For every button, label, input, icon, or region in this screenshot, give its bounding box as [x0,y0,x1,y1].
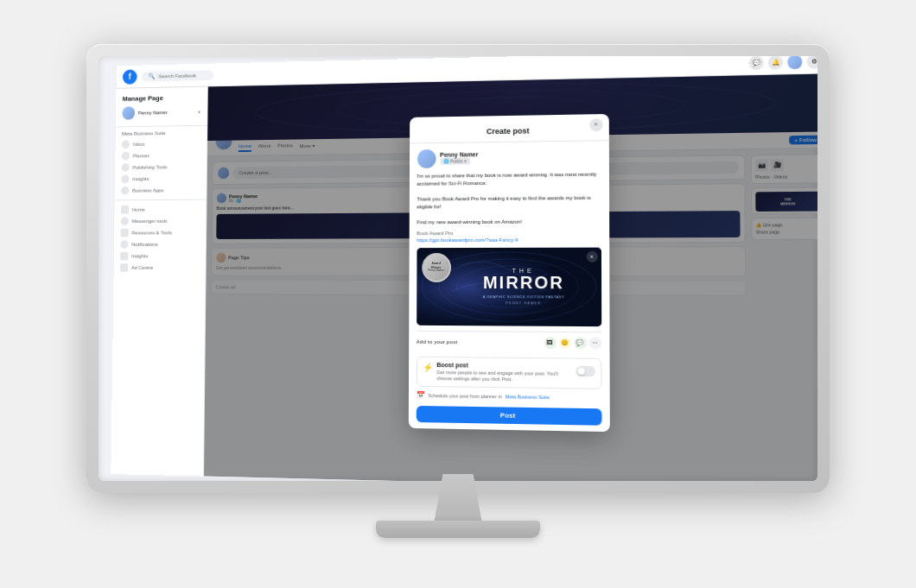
chevron-down-icon: ▾ [465,158,468,163]
book-close-button[interactable]: × [586,250,597,262]
sidebar-planner-label: Planner [133,153,149,158]
sidebar-inbox-label: Inbox [133,142,145,147]
search-icon: 🔍 [148,73,155,79]
sidebar-user-row[interactable]: Penny Namer ▾ [116,102,207,124]
home-icon [121,205,129,214]
fb-main: Manage Page Penny Namer ▾ Meta Business … [111,73,817,481]
create-post-modal: Create post × [408,113,609,431]
sidebar-chevron-icon: ▾ [198,109,200,114]
sidebar-item-inbox[interactable]: Inbox [116,137,207,150]
modal-body: Penny Namer 🌐 Public ▾ [408,141,609,432]
boost-content: Boost post Get more people to see and en… [436,361,571,383]
sidebar-item-insights2[interactable]: Insights [114,250,206,262]
user-avatar-btn[interactable] [787,56,802,69]
publishing-icon [122,163,130,172]
book-title-overlay: the MIRror A GRAPHIC SCIENCE FICTION FAN… [417,247,601,326]
modal-post-text[interactable]: I'm so proud to share that my book is no… [417,170,601,226]
inbox-icon [122,140,130,149]
modal-link-url[interactable]: https://gpt.bookawardpro.com/?aaa-Fancy-… [417,237,601,243]
sidebar-item-resources[interactable]: Resources & Tools [114,226,206,238]
sidebar-section-meta[interactable]: Meta Business Suite [116,127,207,138]
sidebar-resources-label: Resources & Tools [131,230,171,235]
monitor-bezel: f 🔍 Search Facebook 💬 🔔 ⚙ [86,44,830,493]
fb-page-content: Home About Photos More ▾ + Follow [204,73,817,481]
sidebar-item-business-apps[interactable]: Business Apps [115,184,207,196]
boost-title: Boost post [436,361,571,369]
photo-add-icon[interactable]: 🖼 [544,336,556,348]
bell-icon-btn[interactable]: 🔔 [768,56,783,69]
sidebar-item-planner[interactable]: Planner [115,149,207,161]
resources-icon [120,228,128,237]
sidebar-ad-centre-label: Ad Centre [131,265,153,270]
modal-user-row: Penny Namer 🌐 Public ▾ [417,147,601,168]
calendar-icon: 📅 [416,391,424,399]
sidebar-item-notifications[interactable]: Notifications [114,238,206,250]
planner-icon [122,151,130,160]
book-subtitle: A GRAPHIC SCIENCE FICTION FANTASY [483,294,564,299]
sidebar-item-publishing[interactable]: Publishing Tools [115,161,207,174]
book-cover-container: Award Winner Penny Namer the [417,247,601,326]
search-box[interactable]: 🔍 Search Facebook [142,69,214,80]
schedule-link[interactable]: Meta Business Suite [506,393,550,399]
emoji-add-icon[interactable]: 😊 [558,336,570,348]
sidebar-insights-label: Insights [132,176,149,181]
sidebar-item-messenger[interactable]: Messenger tools [114,214,206,226]
boost-post-section: ⚡ Boost post Get more people to see and … [416,356,601,389]
book-author: PENNY NAMER [506,300,541,305]
sidebar-notifications-label: Notifications [131,242,157,247]
notifications-icon [120,240,128,249]
sidebar-item-ad-centre[interactable]: Ad Centre [114,262,206,274]
modal-title: Create post [487,126,530,136]
monitor-base [376,521,540,538]
add-to-post-label: Add to your post [417,338,458,344]
modal-link-preview-label: Book Award Pro [417,230,601,236]
sidebar-insights2-label: Insights [131,253,148,258]
modal-username: Penny Namer [440,151,478,158]
fb-logo: f [123,68,137,83]
messenger-icon [121,217,129,225]
post-button[interactable]: Post [416,406,601,426]
add-to-post-icons: 🖼 😊 💬 ··· [544,336,601,349]
monitor: f 🔍 Search Facebook 💬 🔔 ⚙ [86,44,830,562]
modal-overlay[interactable]: Create post × [204,73,817,481]
sidebar-item-home[interactable]: Home [114,203,206,215]
search-placeholder: Search Facebook [158,73,196,79]
sidebar-business-apps-label: Business Apps [132,187,163,193]
manage-page-title: Manage Page [116,90,207,104]
insights-icon [121,174,129,183]
sidebar-publishing-label: Publishing Tools [132,164,167,169]
nav-icons: 💬 🔔 ⚙ [749,56,817,70]
sidebar-user-name: Penny Namer [138,110,168,115]
message-icon-btn[interactable]: 💬 [749,56,764,70]
globe-icon: 🌐 [443,159,448,164]
business-apps-icon [121,186,129,194]
modal-privacy[interactable]: 🌐 Public ▾ [440,157,471,164]
boost-icon: ⚡ [422,362,432,371]
modal-close-button[interactable]: × [589,117,602,130]
more-add-icon[interactable]: ··· [588,337,601,349]
monitor-screen: f 🔍 Search Facebook 💬 🔔 ⚙ [99,56,817,481]
add-to-post-section: Add to your post 🖼 😊 💬 ··· [417,330,601,353]
sidebar-messenger-label: Messenger tools [132,218,168,224]
schedule-text: Schedule your post from planner in [428,392,501,398]
sidebar-home-label: Home [132,206,145,212]
modal-user-avatar [417,149,436,168]
sidebar-item-insights[interactable]: Insights [115,172,207,185]
grid-icon-btn[interactable]: ⚙ [807,56,817,68]
boost-toggle[interactable] [576,365,595,376]
sidebar-user-avatar [122,106,135,120]
schedule-section: 📅 Schedule your post from planner in Met… [416,391,601,401]
fb-sidebar: Manage Page Penny Namer ▾ Meta Business … [111,86,208,476]
book-title-mirror: MIRror [483,274,564,291]
fb-ui: f 🔍 Search Facebook 💬 🔔 ⚙ [111,56,817,481]
insights2-icon [120,251,128,260]
ad-centre-icon [120,263,128,272]
whatsapp-icon[interactable]: 💬 [574,337,586,349]
boost-desc: Get more people to see and engage with y… [436,369,571,383]
modal-header: Create post × [410,113,609,142]
